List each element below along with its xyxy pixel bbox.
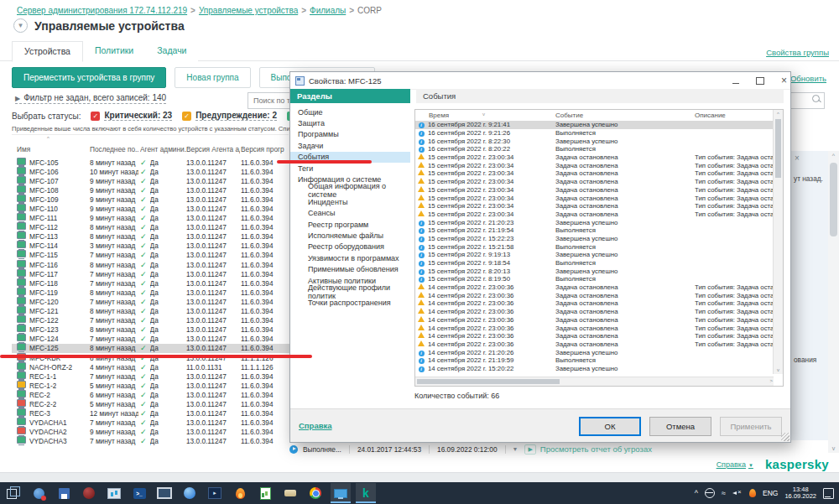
floppy-icon[interactable] <box>54 483 74 503</box>
event-row[interactable]: i16 сентября 2022 г. 9:21:26Выполняется <box>415 129 774 138</box>
event-row[interactable]: i15 сентября 2022 г. 8:20:13Завершена ус… <box>415 267 774 275</box>
table-row[interactable]: MFC-1177 минут назад✓Да13.0.0.1124711.6.… <box>12 269 290 278</box>
event-row[interactable]: i15 сентября 2022 г. 21:19:54Выполняется <box>415 226 774 235</box>
table-row[interactable]: MFC-1079 минут назад✓Да13.0.0.1124711.6.… <box>12 176 290 185</box>
close-icon[interactable]: × <box>781 76 787 85</box>
table-row[interactable]: MFC-1109 минут назад✓Да13.0.0.1124711.6.… <box>12 204 290 213</box>
table-row[interactable]: MFC-1168 минут назад✓Да13.0.0.1124711.6.… <box>12 260 290 269</box>
event-row[interactable]: 14 сентября 2022 г. 23:00:36Задача остан… <box>415 291 774 299</box>
events-scrollbar-vertical[interactable]: ^ v <box>773 110 783 374</box>
scrollbar-thumb[interactable] <box>830 163 837 236</box>
event-row[interactable]: i15 сентября 2022 г. 8:19:50Выполняется <box>415 275 774 283</box>
group-properties-link[interactable]: Свойства группы <box>766 48 829 57</box>
section-item[interactable]: Задачи <box>290 140 410 151</box>
refresh-link[interactable]: Обновить <box>790 74 826 83</box>
network-status-icon[interactable] <box>29 483 49 503</box>
dialog-help-link[interactable]: Справка <box>299 421 332 430</box>
event-row[interactable]: 14 сентября 2022 г. 23:00:36Задача остан… <box>415 316 774 325</box>
table-row[interactable]: MFC-10610 минут назад✓Да13.0.0.1124711.6… <box>12 167 290 176</box>
scroll-right-icon[interactable]: > <box>769 378 773 383</box>
event-row[interactable]: i15 сентября 2022 г. 9:18:54Выполняется <box>415 259 774 268</box>
event-row[interactable]: 14 сентября 2022 г. 23:00:36Задача остан… <box>415 324 774 332</box>
event-row[interactable]: 15 сентября 2022 г. 23:00:34Задача остан… <box>415 161 774 169</box>
table-row[interactable]: MFC-1099 минут назад✓Да13.0.0.1124711.6.… <box>12 195 290 204</box>
event-row[interactable]: i <box>415 372 774 374</box>
event-row[interactable]: i14 сентября 2022 г. 15:20:22Завершена у… <box>415 365 774 373</box>
event-row[interactable]: 15 сентября 2022 г. 23:00:34Задача остан… <box>415 178 774 186</box>
onedrive-icon[interactable]: ≈ <box>722 489 726 497</box>
tray-flame-icon[interactable] <box>749 489 756 497</box>
new-group-button[interactable]: Новая группа <box>175 67 250 88</box>
section-item[interactable]: Теги <box>290 163 410 174</box>
table-row[interactable]: REC-2-25 минут назад✓Да13.0.0.1124711.6.… <box>12 399 290 408</box>
main-scrollbar[interactable]: ^ v <box>828 151 839 453</box>
section-item[interactable]: Уязвимости в программах <box>290 252 410 263</box>
events-scrollbar-horizontal[interactable]: > <box>415 377 774 386</box>
event-row[interactable]: 14 сентября 2022 г. 23:00:36Задача остан… <box>415 332 774 340</box>
flame-app-icon[interactable] <box>230 483 250 503</box>
column-header-agent-version[interactable]: Версия Агента ад... <box>186 145 240 153</box>
network-globe-icon[interactable] <box>705 488 715 498</box>
event-row[interactable]: 15 сентября 2022 г. 23:00:34Задача остан… <box>415 186 774 195</box>
search-icon[interactable] <box>812 95 820 102</box>
table-row[interactable]: REC-312 минут назад✓Да13.0.0.1124711.6.0… <box>12 409 290 418</box>
archive-icon[interactable] <box>280 483 300 503</box>
threat-report-link[interactable]: ▶ Просмотреть отчет об угрозах <box>524 444 651 455</box>
breadcrumb-branches-link[interactable]: Филиалы <box>310 6 346 15</box>
table-row[interactable]: MFC-1119 минут назад✓Да13.0.0.1124711.6.… <box>12 214 290 223</box>
table-row[interactable]: VYDACHA17 минут назад✓Да13.0.0.1124711.6… <box>12 418 290 428</box>
system-monitor-icon[interactable] <box>104 483 124 503</box>
table-row[interactable]: MFC-1157 минут назад✓Да13.0.0.1124711.6.… <box>12 251 290 260</box>
status-checkbox-warning[interactable]: ✓Предупреждение: 2 <box>182 111 277 121</box>
section-item[interactable]: Исполняемые файлы <box>290 230 410 241</box>
section-item[interactable]: Реестр программ <box>290 219 410 230</box>
table-row[interactable]: MFC-1058 минут назад✓Да13.0.0.1124711.6.… <box>12 158 290 167</box>
vnc-icon[interactable] <box>79 483 99 503</box>
section-item[interactable]: Применимые обновления <box>290 263 410 274</box>
event-row[interactable]: i15 сентября 2022 г. 15:21:58Выполняется <box>415 242 774 251</box>
filter-summary[interactable]: ▶Фильтр не задан, всего записей: 140 <box>15 93 166 104</box>
breadcrumb-managed-link[interactable]: Управляемые устройства <box>199 6 298 15</box>
sort-desc-icon[interactable]: v <box>482 112 485 117</box>
event-row[interactable]: 15 сентября 2022 г. 23:00:34Задача остан… <box>415 194 774 202</box>
section-item[interactable]: Общие <box>290 107 410 117</box>
event-row[interactable]: 15 сентября 2022 г. 23:00:34Задача остан… <box>415 202 774 210</box>
event-row[interactable]: i15 сентября 2022 г. 15:22:23Завершена у… <box>415 235 774 243</box>
table-row[interactable]: MFC-1207 минут назад✓Да13.0.0.1124711.6.… <box>12 297 290 306</box>
event-row[interactable]: 15 сентября 2022 г. 23:00:34Задача остан… <box>415 169 774 178</box>
scroll-up-icon[interactable]: ^ <box>774 112 783 117</box>
event-row[interactable]: i16 сентября 2022 г. 8:20:22Выполняется <box>415 145 774 153</box>
table-row[interactable]: MFC-1187 минут назад✓Да13.0.0.1124711.6.… <box>12 278 290 288</box>
table-row[interactable]: MFC-1143 минут назад✓Да13.0.0.1124711.6.… <box>12 242 290 251</box>
event-row[interactable]: i14 сентября 2022 г. 21:20:26Завершена у… <box>415 348 774 356</box>
table-row[interactable]: MFC-1089 минут назад✓Да13.0.0.1124711.6.… <box>12 185 290 195</box>
event-row[interactable]: i15 сентября 2022 г. 9:19:13Завершена ус… <box>415 251 774 259</box>
column-header-time[interactable]: Время <box>429 112 449 119</box>
scrollbar-thumb[interactable] <box>775 119 781 178</box>
minimize-icon[interactable] <box>732 83 739 84</box>
table-row[interactable]: MFC-1258 минут назад✓Да13.0.0.1124711.6.… <box>12 344 290 353</box>
task-view-icon[interactable] <box>3 483 23 503</box>
section-item[interactable]: Программы <box>290 129 410 140</box>
scrollbar-thumb[interactable] <box>417 379 560 384</box>
close-icon[interactable]: × <box>795 153 800 163</box>
column-header-event[interactable]: Событие <box>555 112 583 119</box>
section-item[interactable]: Сеансы <box>290 208 410 219</box>
ksc-console-icon[interactable] <box>331 483 351 503</box>
scroll-down-icon[interactable]: v <box>774 367 783 372</box>
table-row[interactable]: NACH-ORZ-24 минут назад✓Да11.0.0.113111.… <box>12 362 290 372</box>
event-row[interactable]: 15 сентября 2022 г. 23:00:34Задача остан… <box>415 210 774 219</box>
action-center-icon[interactable] <box>823 488 834 499</box>
help-link[interactable]: Справка▼ <box>717 460 753 469</box>
console-icon[interactable] <box>205 483 225 503</box>
table-row[interactable]: VYDACHA37 минут назад✓Да13.0.0.1124711.6… <box>12 437 290 446</box>
hidden-icons-chevron-icon[interactable]: ^ <box>695 489 698 497</box>
table-row[interactable]: MFC-1238 минут назад✓Да13.0.0.1124711.6.… <box>12 325 290 335</box>
event-row[interactable]: 14 сентября 2022 г. 23:00:36Задача остан… <box>415 283 774 292</box>
language-indicator[interactable]: ENG <box>763 489 778 497</box>
table-row[interactable]: MFC-1138 минут назад✓Да13.0.0.1124711.6.… <box>12 232 290 242</box>
resize-grip[interactable] <box>781 433 789 441</box>
maximize-icon[interactable] <box>756 77 764 85</box>
tray-clock[interactable]: 13:48 16.09.2022 <box>784 486 816 501</box>
ok-button[interactable]: ОК <box>579 417 641 436</box>
